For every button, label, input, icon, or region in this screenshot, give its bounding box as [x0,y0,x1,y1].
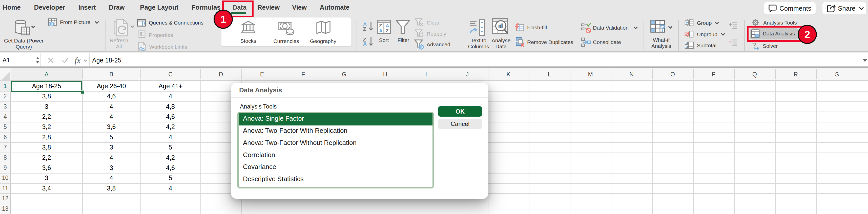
svg-text:Z: Z [386,28,389,33]
svg-text:A: A [386,23,389,28]
svg-text:Z: Z [379,23,382,28]
svg-text:A: A [379,28,383,33]
svg-text:?: ? [659,23,665,33]
